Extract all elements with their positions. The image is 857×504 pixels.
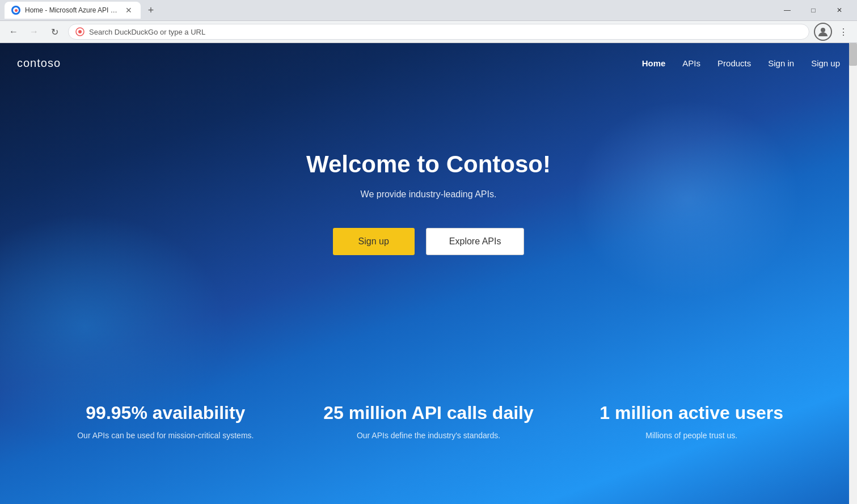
- address-favicon-icon: [75, 27, 85, 36]
- back-button[interactable]: ←: [5, 23, 23, 41]
- website-content: contoso Home APIs Products Sign in Sign …: [0, 43, 857, 504]
- stat-availability: 99.95% availability Our APIs can be used…: [34, 391, 297, 453]
- minimize-button[interactable]: —: [774, 0, 800, 20]
- profile-button[interactable]: [814, 23, 832, 41]
- hero-buttons: Sign up Explore APIs: [333, 228, 525, 255]
- stat-active-users: 1 million active users Millions of peopl…: [560, 391, 823, 453]
- stat-api-calls: 25 million API calls daily Our APIs defi…: [297, 391, 560, 453]
- explore-apis-button[interactable]: Explore APIs: [426, 228, 525, 255]
- site-nav: contoso Home APIs Products Sign in Sign …: [0, 43, 857, 83]
- address-text: Search DuckDuckGo or type a URL: [89, 28, 205, 36]
- stat-active-users-desc: Millions of people trust us.: [571, 430, 812, 442]
- forward-button[interactable]: →: [25, 23, 43, 41]
- stat-availability-desc: Our APIs can be used for mission-critica…: [45, 430, 286, 442]
- close-button[interactable]: ✕: [826, 0, 852, 20]
- nav-signin[interactable]: Sign in: [768, 58, 794, 68]
- stat-api-calls-desc: Our APIs define the industry's standards…: [309, 430, 549, 442]
- svg-point-1: [78, 30, 82, 33]
- site-logo: contoso: [17, 57, 61, 70]
- maximize-button[interactable]: □: [800, 0, 826, 20]
- nav-apis[interactable]: APIs: [682, 58, 700, 68]
- stat-api-calls-number: 25 million API calls daily: [309, 403, 549, 423]
- browser-chrome: Home - Microsoft Azure API Mar ✕ + — □ ✕…: [0, 0, 857, 43]
- signup-button[interactable]: Sign up: [333, 228, 415, 255]
- title-bar: Home - Microsoft Azure API Mar ✕ + — □ ✕: [0, 0, 857, 20]
- hero-subtitle: We provide industry-leading APIs.: [361, 189, 497, 200]
- browser-menu-button[interactable]: ⋮: [834, 23, 852, 41]
- browser-toolbar: ← → ↻ Search DuckDuckGo or type a URL ⋮: [0, 20, 857, 43]
- new-tab-button[interactable]: +: [143, 2, 159, 18]
- nav-signup[interactable]: Sign up: [811, 58, 840, 68]
- stats-section: 99.95% availability Our APIs can be used…: [0, 346, 857, 487]
- tab-favicon-dot: [15, 9, 18, 12]
- profile-icon: [818, 27, 828, 37]
- nav-products[interactable]: Products: [717, 58, 751, 68]
- tab-title: Home - Microsoft Azure API Mar: [25, 6, 119, 14]
- browser-tab[interactable]: Home - Microsoft Azure API Mar ✕: [5, 2, 141, 19]
- svg-point-2: [821, 28, 825, 32]
- stat-availability-number: 99.95% availability: [45, 403, 286, 423]
- tab-close-button[interactable]: ✕: [124, 5, 134, 15]
- nav-home[interactable]: Home: [642, 58, 666, 68]
- site-nav-links: Home APIs Products Sign in Sign up: [642, 58, 840, 68]
- reload-button[interactable]: ↻: [45, 23, 64, 41]
- window-controls: — □ ✕: [774, 0, 852, 20]
- hero-section: Welcome to Contoso! We provide industry-…: [0, 83, 857, 312]
- tab-favicon: [11, 6, 20, 15]
- address-bar[interactable]: Search DuckDuckGo or type a URL: [68, 24, 809, 40]
- tab-favicon-inner: [13, 7, 19, 13]
- stat-active-users-number: 1 million active users: [571, 403, 812, 423]
- hero-title: Welcome to Contoso!: [306, 151, 551, 178]
